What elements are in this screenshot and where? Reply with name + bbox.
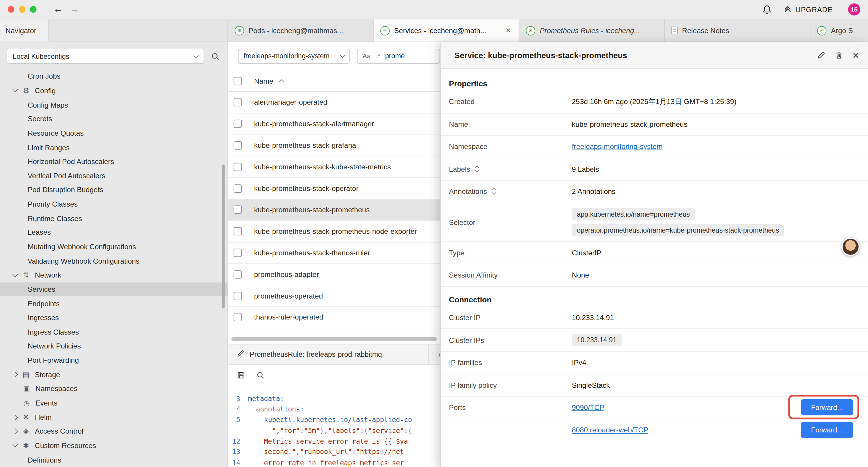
sidebar-item-helm[interactable]: ☸Helm xyxy=(0,410,227,424)
sidebar-scrollbar-thumb[interactable] xyxy=(222,164,224,308)
tab-release-notes[interactable]: Release Notes xyxy=(665,20,810,42)
sidebar-item-cron-jobs[interactable]: Cron Jobs xyxy=(0,69,227,83)
sidebar-item-port-forwarding[interactable]: Port Forwarding xyxy=(0,353,227,368)
notifications-bell-icon[interactable] xyxy=(762,5,772,14)
zoom-window-button[interactable] xyxy=(30,6,36,13)
table-row-prometheus-adapter[interactable]: prometheus-adapter xyxy=(228,264,440,286)
sidebar-item-limit-ranges[interactable]: Limit Ranges xyxy=(0,140,227,154)
tab-services-icecheng-math[interactable]: ✳Services - icecheng@math...× xyxy=(374,20,519,42)
app-window: ← → UPGRADE 15 Navigator ✳Pods - icechen… xyxy=(0,0,868,467)
row-checkbox[interactable] xyxy=(234,313,242,321)
sidebar-item-services[interactable]: Services xyxy=(0,282,227,296)
sidebar-item-events[interactable]: ◷Events xyxy=(0,396,227,410)
namespace-link[interactable]: freeleaps-monitoring-system xyxy=(572,143,663,151)
history-forward-button[interactable]: → xyxy=(66,4,83,15)
property-row-ports: 8080:reloader-web/TCPForward... xyxy=(440,419,868,441)
yaml-editor[interactable]: 3metadata:4 annotations:5 kubectl.kubern… xyxy=(228,386,440,467)
row-checkbox[interactable] xyxy=(234,227,242,236)
table-row-kube-prometheus-stack-prometheus-node-exporter[interactable]: kube-prometheus-stack-prometheus-node-ex… xyxy=(228,221,440,242)
tab-argo-s[interactable]: ✳Argo S xyxy=(810,20,868,42)
minimize-window-button[interactable] xyxy=(19,6,25,13)
table-row-kube-prometheus-stack-prometheus[interactable]: kube-prometheus-stack-prometheus xyxy=(228,200,440,221)
sidebar-item-custom-resources[interactable]: ✱Custom Resources xyxy=(0,438,227,453)
sidebar-item-access-control[interactable]: ◈Access Control xyxy=(0,424,227,438)
sidebar-item-vertical-pod-autoscalers[interactable]: Vertical Pod Autoscalers xyxy=(0,169,227,183)
row-checkbox[interactable] xyxy=(234,120,242,128)
history-back-button[interactable]: ← xyxy=(50,4,66,15)
sidebar-item-priority-classes[interactable]: Priority Classes xyxy=(0,197,227,211)
property-row-type: TypeClusterIP xyxy=(440,242,868,264)
sidebar-item-horizontal-pod-autoscalers[interactable]: Horizontal Pod Autoscalers xyxy=(0,154,227,169)
table-row-kube-prometheus-stack-grafana[interactable]: kube-prometheus-stack-grafana xyxy=(228,135,440,156)
table-row-kube-prometheus-stack-operator[interactable]: kube-prometheus-stack-operator xyxy=(228,178,440,200)
row-checkbox[interactable] xyxy=(234,141,242,150)
sidebar-item-ingresses[interactable]: Ingresses xyxy=(0,311,227,325)
row-checkbox[interactable] xyxy=(234,206,242,214)
navigator-tab[interactable]: Navigator xyxy=(0,20,49,42)
code-line: 4 annotations: xyxy=(228,404,440,415)
sidebar-item-endpoints[interactable]: Endpoints xyxy=(0,296,227,311)
upgrade-button[interactable]: UPGRADE xyxy=(784,5,833,14)
editor-search-button[interactable] xyxy=(256,371,265,380)
edit-button[interactable] xyxy=(817,51,826,59)
search-input[interactable]: Aa .* prome xyxy=(357,49,440,63)
sidebar-item-pod-disruption-budgets[interactable]: Pod Disruption Budgets xyxy=(0,183,227,197)
row-checkbox[interactable] xyxy=(234,249,242,257)
row-checkbox[interactable] xyxy=(234,98,242,107)
row-checkbox[interactable] xyxy=(234,184,242,193)
table-row-thanos-ruler-operated[interactable]: thanos-ruler-operated xyxy=(228,307,440,328)
table-row-kube-prometheus-stack-thanos-ruler[interactable]: kube-prometheus-stack-thanos-ruler xyxy=(228,242,440,264)
sidebar-item-storage[interactable]: ▤Storage xyxy=(0,368,227,382)
horizontal-scrollbar[interactable] xyxy=(228,335,440,344)
port-link[interactable]: 8080:reloader-web/TCP xyxy=(572,426,649,434)
avatar[interactable] xyxy=(841,238,860,256)
sidebar-item-namespaces[interactable]: ▣Namespaces xyxy=(0,382,227,396)
close-tab-icon[interactable]: × xyxy=(505,26,512,35)
sidebar-item-ingress-classes[interactable]: Ingress Classes xyxy=(0,325,227,339)
code-text: error rate in freeleaps metrics ser xyxy=(248,458,404,467)
dock-tab-prometheusrule[interactable]: PrometheusRule: freeleaps-prod-rabbitmq xyxy=(228,344,429,364)
notification-count-badge[interactable]: 15 xyxy=(848,3,860,16)
name-column-header[interactable]: Name xyxy=(254,77,283,85)
select-all-checkbox[interactable] xyxy=(234,77,242,85)
table-row-kube-prometheus-stack-alertmanager[interactable]: kube-prometheus-stack-alertmanager xyxy=(228,114,440,135)
sidebar-item-resource-quotas[interactable]: Resource Quotas xyxy=(0,126,227,140)
sidebar-item-definitions[interactable]: Definitions xyxy=(0,453,227,467)
row-checkbox[interactable] xyxy=(234,270,242,279)
table-row-kube-prometheus-stack-kube-state-metrics[interactable]: kube-prometheus-stack-kube-state-metrics xyxy=(228,156,440,178)
save-button[interactable] xyxy=(237,371,245,380)
port-link[interactable]: 9090/TCP xyxy=(572,404,604,412)
forward-button[interactable]: Forward... xyxy=(801,422,853,438)
sidebar-item-runtime-classes[interactable]: Runtime Classes xyxy=(0,211,227,226)
expand-collapse-icon[interactable] xyxy=(474,165,479,173)
sidebar-item-secrets[interactable]: Secrets xyxy=(0,112,227,126)
port-entry: 8080:reloader-web/TCPForward... xyxy=(572,419,853,441)
tab-pods-icecheng-mathmas[interactable]: ✳Pods - icecheng@mathmas... xyxy=(228,20,374,42)
dock-tab-next[interactable] xyxy=(429,344,440,364)
kubeconfig-select[interactable]: Local Kubeconfigs xyxy=(6,49,204,64)
table-row-prometheus-operated[interactable]: prometheus-operated xyxy=(228,285,440,307)
sidebar-item-config[interactable]: ⚙Config xyxy=(0,83,227,97)
sidebar-item-config-maps[interactable]: Config Maps xyxy=(0,97,227,112)
events-icon: ◷ xyxy=(22,399,31,407)
horizontal-scrollbar-thumb[interactable] xyxy=(231,338,437,341)
sidebar-item-mutating-webhook-configurations[interactable]: Mutating Webhook Configurations xyxy=(0,240,227,254)
row-checkbox[interactable] xyxy=(234,292,242,300)
table-row-alertmanager-operated[interactable]: alertmanager-operated xyxy=(228,92,440,114)
delete-button[interactable] xyxy=(835,51,843,59)
close-button[interactable]: × xyxy=(852,50,859,61)
sidebar-search-button[interactable] xyxy=(211,52,220,61)
sidebar-item-validating-webhook-configurations[interactable]: Validating Webhook Configurations xyxy=(0,254,227,268)
expand-collapse-icon[interactable] xyxy=(491,187,496,196)
tab-prometheus-rules-icecheng[interactable]: ✳Prometheus Rules - icecheng... xyxy=(519,20,665,42)
close-window-button[interactable] xyxy=(8,6,14,13)
namespace-select[interactable]: freeleaps-monitoring-system xyxy=(238,49,350,63)
detail-sections: PropertiesCreated253d 16h 6m ago (2025年1… xyxy=(440,68,868,467)
sidebar-item-leases[interactable]: Leases xyxy=(0,226,227,240)
match-case-icon[interactable]: Aa xyxy=(363,52,371,60)
sidebar-item-network[interactable]: ⇅Network xyxy=(0,268,227,282)
forward-button[interactable]: Forward... xyxy=(801,399,853,415)
sidebar-item-network-policies[interactable]: Network Policies xyxy=(0,339,227,353)
regex-icon[interactable]: .* xyxy=(376,52,380,60)
row-checkbox[interactable] xyxy=(234,163,242,171)
